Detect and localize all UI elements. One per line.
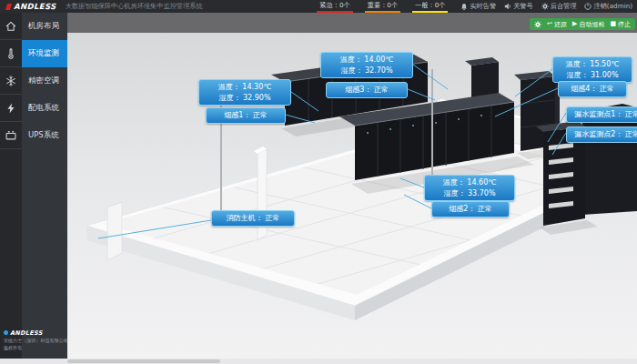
- sidebar-item-label: 配电系统: [22, 95, 67, 122]
- auto-patrol-button[interactable]: ▶ 自动巡检: [572, 20, 604, 29]
- partition-wall: [258, 149, 267, 240]
- water-leak-1-callout[interactable]: 漏水监测点1： 正常: [566, 106, 637, 123]
- header-menu: 实时告警 关警号 后台管理: [460, 2, 632, 11]
- footer-logo: ANDLESS: [4, 329, 66, 337]
- alarm-major-count[interactable]: 重要：0个: [365, 1, 400, 13]
- water-leak-2-callout[interactable]: 漏水监测点2： 正常: [566, 126, 637, 143]
- lightning-icon: [0, 95, 22, 122]
- brand-logo: ANDLESS: [6, 2, 56, 11]
- logout-label: 注销(admin): [593, 2, 632, 11]
- smoke-detector-1-callout[interactable]: 烟感1： 正常: [206, 107, 286, 124]
- viewport-toolbar: ↩ 还原 ▶ 自动巡检 ■ 停止: [67, 13, 637, 33]
- gear-icon: [541, 3, 549, 10]
- brand-logo-mark: [5, 4, 12, 10]
- reset-view-label: 还原: [554, 20, 567, 29]
- alarm-minor-count[interactable]: 一般：0个: [412, 1, 448, 13]
- temperature-value: 温度： 14.30℃: [203, 82, 287, 93]
- footer-copyright: 版权所有: [4, 344, 61, 351]
- footer-logo-text: ANDLESS: [10, 329, 43, 337]
- sidebar: 机房布局 环境监测: [0, 13, 67, 359]
- fire-host-callout[interactable]: 消防主机： 正常: [211, 210, 295, 227]
- humidity-value: 湿度： 33.70%: [429, 188, 511, 199]
- temp-humidity-callout-rack1[interactable]: 温度： 14.30℃ 湿度： 32.90%: [198, 79, 291, 106]
- sidebar-item-room-layout[interactable]: 机房布局: [0, 13, 67, 40]
- smoke-detector-status: 烟感1： 正常: [210, 110, 281, 121]
- mute-alarm-label: 关警号: [513, 2, 533, 11]
- stop-patrol-label: 停止: [618, 20, 631, 29]
- humidity-value: 湿度： 32.70%: [325, 66, 409, 76]
- snowflake-icon: [0, 67, 22, 95]
- thermometer-icon: [0, 40, 22, 67]
- water-leak-status: 漏水监测点2： 正常: [571, 129, 637, 140]
- temperature-value: 温度： 15.50℃: [557, 59, 628, 70]
- front-panel: [107, 202, 122, 260]
- top-header: ANDLESS 大数据智能保障中心机房环境集中监控管理系统 紧急：0个 重要：0…: [0, 0, 637, 13]
- sidebar-item-precision-ac[interactable]: 精密空调: [0, 67, 67, 95]
- temp-humidity-callout-rack2[interactable]: 温度： 14.00℃ 湿度： 32.70%: [320, 52, 413, 78]
- page-title: 大数据智能保障中心机房环境集中监控管理系统: [66, 2, 203, 11]
- viewport-tool-group: ↩ 还原 ▶ 自动巡检 ■ 停止: [530, 18, 635, 30]
- alarm-minor-label: 一般：0个: [415, 1, 445, 9]
- footer-logo-dot-icon: [4, 330, 8, 335]
- alarm-critical-label: 紧急：0个: [319, 1, 349, 9]
- sidebar-item-label: 环境监测: [22, 40, 67, 67]
- horizontal-scrollbar[interactable]: [0, 359, 637, 364]
- humidity-value: 湿度： 32.90%: [203, 93, 287, 104]
- gear-icon: [534, 21, 541, 28]
- alarm-major-label: 重要：0个: [368, 1, 398, 9]
- smoke-detector-status: 烟感4： 正常: [562, 84, 622, 95]
- sidebar-item-power-system[interactable]: 配电系统: [0, 95, 67, 122]
- sidebar-item-label: UPS系统: [22, 122, 67, 149]
- temp-humidity-callout-front[interactable]: 温度： 14.60℃ 湿度： 33.70%: [424, 175, 515, 201]
- play-icon: ▶: [572, 21, 577, 27]
- water-leak-status: 漏水监测点1： 正常: [571, 109, 637, 120]
- home-icon: [0, 13, 22, 40]
- temperature-value: 温度： 14.60℃: [429, 177, 511, 188]
- reset-view-button[interactable]: ↩ 还原: [547, 20, 567, 29]
- smoke-detector-2-callout[interactable]: 烟感2： 正常: [431, 201, 510, 217]
- realtime-alarm-button[interactable]: 实时告警: [460, 2, 496, 11]
- smoke-detector-4-callout[interactable]: 烟感4： 正常: [558, 81, 627, 97]
- logout-icon: [584, 3, 592, 10]
- sidebar-footer: ANDLESS 安德力士（深圳）科技有限公司 版权所有: [4, 329, 66, 352]
- auto-patrol-label: 自动巡检: [579, 20, 604, 29]
- realtime-alarm-label: 实时告警: [470, 2, 496, 11]
- alarm-critical-count[interactable]: 紧急：0个: [317, 1, 352, 13]
- smoke-detector-status: 烟感2： 正常: [436, 204, 505, 215]
- alarm-summary: 紧急：0个 重要：0个 一般：0个: [317, 1, 448, 13]
- sidebar-item-environment[interactable]: 环境监测: [0, 40, 67, 67]
- smoke-detector-status: 烟感3： 正常: [330, 85, 403, 96]
- fire-host-status: 消防主机： 正常: [216, 213, 290, 224]
- scrollbar-thumb[interactable]: [67, 359, 220, 363]
- sidebar-item-ups-system[interactable]: UPS系统: [0, 122, 67, 149]
- sidebar-item-label: 精密空调: [22, 67, 67, 95]
- speaker-icon: [504, 3, 511, 10]
- smoke-detector-3-callout[interactable]: 烟感3： 正常: [326, 82, 408, 98]
- mute-alarm-button[interactable]: 关警号: [504, 2, 533, 11]
- temperature-value: 温度： 14.00℃: [325, 55, 409, 66]
- scene-settings-button[interactable]: [534, 21, 541, 28]
- logout-button[interactable]: 注销(admin): [584, 2, 632, 11]
- stop-patrol-button[interactable]: ■ 停止: [610, 20, 631, 29]
- app-window: ANDLESS 大数据智能保障中心机房环境集中监控管理系统 紧急：0个 重要：0…: [0, 0, 637, 364]
- admin-console-button[interactable]: 后台管理: [541, 2, 577, 11]
- stop-icon: ■: [610, 21, 616, 27]
- humidity-value: 湿度： 31.00%: [557, 70, 628, 81]
- room-3d-view[interactable]: 温度： 14.30℃ 湿度： 32.90% 烟感1： 正常 温度： 14.00℃…: [67, 33, 637, 359]
- temp-humidity-callout-right[interactable]: 温度： 15.50℃ 湿度： 31.00%: [552, 56, 632, 83]
- admin-console-label: 后台管理: [551, 2, 577, 11]
- brand-logo-text: ANDLESS: [14, 2, 56, 11]
- battery-icon: [0, 122, 22, 149]
- bell-icon: [460, 3, 468, 11]
- sidebar-item-label: 机房布局: [22, 13, 67, 40]
- footer-company: 安德力士（深圳）科技有限公司: [4, 337, 61, 344]
- undo-icon: ↩: [547, 21, 552, 27]
